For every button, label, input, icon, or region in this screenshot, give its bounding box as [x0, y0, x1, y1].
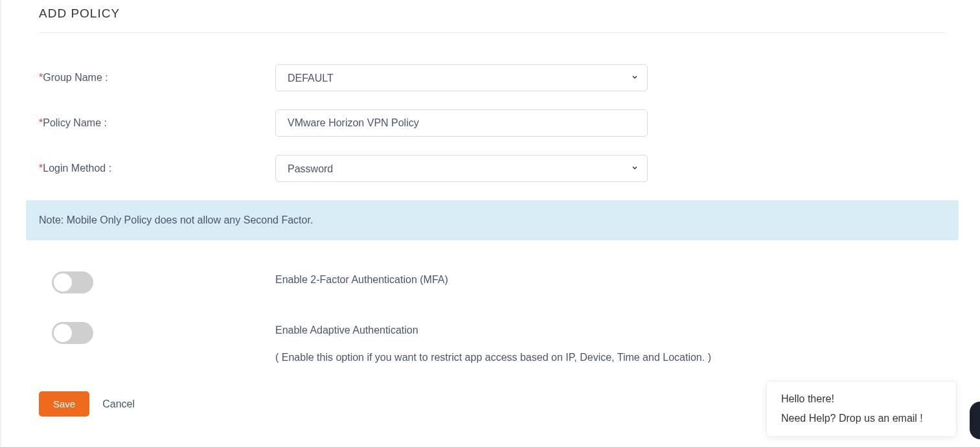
toggle-knob — [54, 273, 72, 292]
group-name-select[interactable]: DEFAULT — [275, 64, 648, 91]
policy-name-label: *Policy Name : — [39, 117, 275, 129]
help-popup[interactable]: Hello there! Need Help? Drop us an email… — [766, 381, 957, 437]
login-method-row: *Login Method : Password — [39, 155, 946, 182]
info-note: Note: Mobile Only Policy does not allow … — [26, 200, 959, 240]
group-name-label-text: Group Name : — [43, 72, 108, 83]
login-method-label: *Login Method : — [39, 163, 275, 174]
mfa-toggle-label: Enable 2-Factor Authentication (MFA) — [275, 274, 448, 285]
title-divider — [39, 32, 946, 33]
login-method-select[interactable]: Password — [275, 155, 648, 182]
left-border — [0, 0, 1, 447]
group-name-row: *Group Name : DEFAULT — [39, 64, 946, 91]
adaptive-toggle-label: Enable Adaptive Authentication — [275, 325, 418, 336]
page-title: ADD POLICY — [39, 6, 946, 32]
help-message: Need Help? Drop us an email ! — [781, 413, 942, 424]
toggle-knob — [54, 324, 72, 342]
policy-name-label-text: Policy Name : — [43, 117, 107, 128]
policy-name-row: *Policy Name : — [39, 109, 946, 137]
adaptive-toggle-row: Enable Adaptive Authentication ( Enable … — [39, 322, 946, 365]
mfa-toggle-row: Enable 2-Factor Authentication (MFA) — [39, 271, 946, 296]
adaptive-toggle[interactable] — [52, 322, 93, 344]
help-greeting: Hello there! — [781, 393, 942, 405]
mfa-toggle[interactable] — [52, 271, 93, 293]
policy-name-input[interactable] — [275, 109, 648, 137]
add-policy-page: ADD POLICY *Group Name : DEFAULT *Policy… — [0, 0, 959, 430]
group-name-label: *Group Name : — [39, 72, 275, 84]
chat-bubble-icon[interactable] — [970, 402, 980, 439]
save-button[interactable]: Save — [39, 391, 89, 417]
adaptive-toggle-subtext: ( Enable this option if you want to rest… — [275, 349, 711, 366]
cancel-button[interactable]: Cancel — [102, 398, 135, 410]
login-method-label-text: Login Method : — [43, 163, 111, 174]
